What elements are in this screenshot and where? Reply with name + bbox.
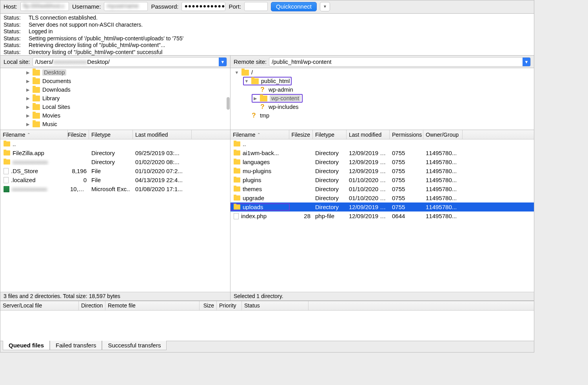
tree-node-label[interactable]: Documents [42, 78, 71, 84]
tree-node-label[interactable]: public_html [261, 78, 290, 84]
folder-icon [33, 87, 40, 93]
tree-node-label[interactable]: tmp [260, 112, 269, 119]
list-item[interactable]: pluginsDirectory01/10/2020 0...075511495… [230, 175, 534, 184]
disclosure-triangle-icon[interactable]: ▼ [234, 70, 239, 75]
col-filetype[interactable]: Filetype [89, 130, 133, 139]
folder-icon [251, 78, 259, 84]
col-filesize[interactable]: Filesize [289, 130, 313, 139]
log-msg: Setting permissions of '/public_html/wp-… [29, 35, 183, 42]
list-item[interactable]: upgradeDirectory01/10/2020 0...075511495… [230, 193, 534, 202]
tree-node-label[interactable]: Downloads [42, 87, 71, 93]
list-item[interactable]: xxxxxxxxxxxx10,401Microsoft Exc..01/08/2… [0, 184, 230, 193]
tree-node-label[interactable]: wp-content [270, 95, 301, 101]
col-filetype[interactable]: Filetype [313, 130, 347, 139]
tab-failed-transfers[interactable]: Failed transfers [50, 341, 102, 350]
local-site-combo[interactable]: /Users/xxxxxxxxxxxxDesktop/ ▼ [33, 57, 227, 67]
tree-node-label[interactable]: Desktop [42, 69, 66, 76]
disclosure-triangle-icon[interactable]: ▶ [25, 70, 30, 75]
remote-site-combo[interactable]: /public_html/wp-content ▼ [269, 57, 531, 67]
list-item[interactable]: mu-pluginsDirectory12/09/2019 0...075511… [230, 166, 534, 175]
tree-node-label[interactable]: wp-admin [269, 87, 293, 93]
list-item[interactable]: .DS_Store8,196File01/10/2020 07:2... [0, 166, 230, 175]
col-permissions[interactable]: Permissions [390, 130, 423, 139]
col-priority[interactable]: Priority [217, 301, 242, 310]
disclosure-triangle-icon[interactable]: ▶ [25, 96, 30, 101]
file-permissions: 0755 [390, 150, 423, 156]
list-item[interactable]: ai1wm-back...Directory12/09/2019 0...075… [230, 148, 534, 157]
tree-node-label[interactable]: Library [42, 95, 60, 101]
list-item[interactable]: index.php28php-file12/09/2019 0...064411… [230, 211, 534, 221]
list-item[interactable]: themesDirectory01/10/2020 0...0755114957… [230, 184, 534, 193]
folder-icon [234, 159, 240, 164]
col-filename[interactable]: Filename⌃ [230, 130, 289, 139]
disclosure-triangle-icon[interactable]: ▶ [25, 79, 30, 84]
tree-node-label[interactable]: Movies [42, 112, 60, 119]
col-status[interactable]: Status [242, 301, 309, 310]
col-size[interactable]: Size [200, 301, 217, 310]
disclosure-triangle-icon[interactable]: ▶ [25, 113, 30, 118]
tab-queued-files[interactable]: Queued files [3, 341, 50, 350]
log-key: Status: [4, 28, 23, 35]
file-modified: 01/08/2020 17:1... [133, 186, 192, 192]
disclosure-triangle-icon[interactable]: ▶ [25, 105, 30, 110]
password-label: Password: [151, 3, 178, 10]
log-key: Status: [4, 22, 23, 29]
list-item[interactable]: .localized0File04/13/2019 22:4... [0, 175, 230, 184]
list-item[interactable]: uploadsDirectory12/09/2019 0...075511495… [230, 202, 534, 211]
port-label: Port: [229, 3, 241, 10]
password-input[interactable]: ●●●●●●●●●●● [181, 2, 225, 11]
col-direction[interactable]: Direction [79, 301, 105, 310]
file-modified: 01/10/2020 0... [347, 186, 390, 192]
tree-node-label[interactable]: wp-includes [269, 104, 299, 110]
list-item[interactable]: xxxxxxxxxxxxDirectory01/02/2020 08:... [0, 157, 230, 166]
list-item[interactable]: .. [230, 139, 534, 148]
scrollbar-thumb[interactable] [227, 97, 230, 110]
message-log[interactable]: Status:TLS connection established.Status… [0, 14, 534, 56]
col-lastmodified[interactable]: Last modified [347, 130, 390, 139]
disclosure-triangle-icon[interactable]: ▼ [244, 79, 249, 83]
remote-site-label: Remote site: [234, 58, 267, 65]
unknown-icon: ? [259, 104, 266, 110]
port-input[interactable] [244, 2, 268, 11]
file-owner: 11495780... [423, 150, 463, 156]
tree-node-root[interactable]: / [251, 69, 253, 76]
remote-directory-tree[interactable]: ▼ / ▼public_html?wp-admin▶wp-content?wp-… [230, 68, 534, 130]
local-site-path: /Users/xxxxxxxxxxxxDesktop/ [33, 59, 219, 65]
chevron-down-icon[interactable]: ▼ [523, 58, 530, 66]
file-name: .DS_Store [11, 168, 38, 174]
col-filename[interactable]: Filename⌃ [0, 130, 68, 139]
col-lastmodified[interactable]: Last modified [133, 130, 192, 139]
tree-node-label[interactable]: Local Sites [42, 104, 70, 110]
list-item[interactable]: FileZilla.appDirectory09/25/2019 03:... [0, 148, 230, 157]
col-owner[interactable]: Owner/Group [423, 130, 463, 139]
quickconnect-button[interactable]: Quickconnect [271, 2, 317, 11]
folder-icon [33, 121, 40, 127]
log-msg: Directory listing of "/public_html/wp-co… [29, 49, 162, 56]
disclosure-triangle-icon[interactable]: ▶ [253, 96, 258, 101]
chevron-down-icon[interactable]: ▼ [219, 58, 227, 66]
folder-icon [4, 150, 10, 155]
file-owner: 11495780... [423, 204, 463, 210]
username-input[interactable]: myusername [104, 2, 148, 11]
host-input[interactable]: ftp.000webhost.c [20, 2, 69, 11]
disclosure-triangle-icon[interactable]: ▶ [25, 122, 30, 127]
col-remote-file[interactable]: Remote file [105, 301, 200, 310]
excel-file-icon [4, 186, 9, 192]
file-name: .. [13, 141, 16, 147]
col-filesize[interactable]: Filesize [68, 130, 89, 139]
file-permissions: 0755 [390, 159, 423, 165]
queue-body[interactable] [0, 311, 534, 341]
list-item[interactable]: languagesDirectory12/09/2019 0...0755114… [230, 157, 534, 166]
unknown-icon: ? [250, 112, 258, 119]
local-file-list: Filename⌃ Filesize Filetype Last modifie… [0, 130, 230, 301]
tab-successful-transfers[interactable]: Successful transfers [102, 341, 167, 350]
log-msg: Logged in [29, 28, 53, 35]
disclosure-triangle-icon[interactable]: ▶ [25, 87, 30, 92]
list-item[interactable]: .. [0, 139, 230, 148]
file-size: 10,401 [68, 186, 89, 192]
col-server-local[interactable]: Server/Local file [0, 301, 79, 310]
tree-node-label[interactable]: Music [42, 121, 57, 127]
quickconnect-history-dropdown[interactable]: ▼ [320, 2, 330, 11]
file-modified: 04/13/2019 22:4... [133, 177, 192, 183]
local-directory-tree[interactable]: ▶Desktop▶Documents▶Downloads▶Library▶Loc… [0, 68, 230, 130]
